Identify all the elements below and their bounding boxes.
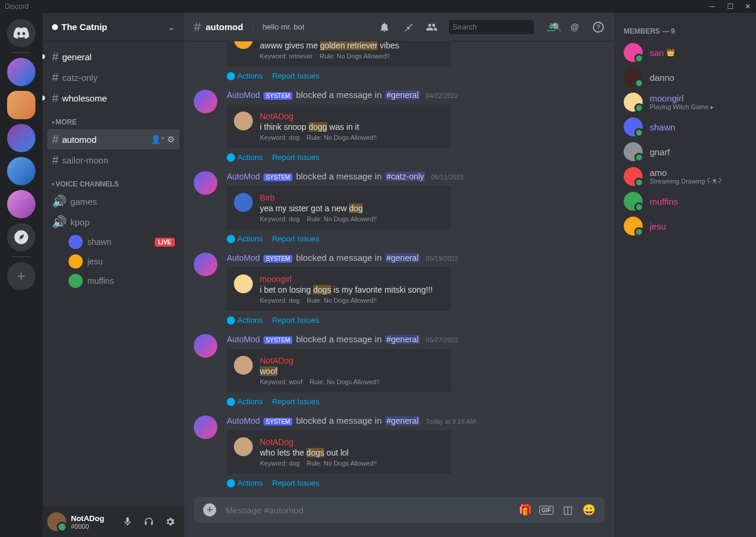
member-item[interactable]: shawn bbox=[619, 114, 751, 139]
sticker-button[interactable]: ◫ bbox=[561, 503, 574, 516]
message-input[interactable] bbox=[226, 505, 519, 515]
search-box[interactable]: 🔍 bbox=[449, 20, 534, 34]
automod-avatar[interactable] bbox=[194, 171, 217, 195]
category-voice[interactable]: ▾Voice Channels bbox=[43, 171, 184, 191]
automod-avatar[interactable] bbox=[194, 334, 217, 358]
message-timestamp: 05/19/2022 bbox=[426, 255, 458, 262]
member-avatar bbox=[624, 68, 643, 87]
member-item[interactable]: san 👑 bbox=[619, 40, 751, 65]
deafen-button[interactable] bbox=[139, 512, 158, 531]
embed-author[interactable]: NotADog bbox=[260, 112, 444, 121]
report-link[interactable]: Report Issues bbox=[272, 479, 320, 487]
gear-icon[interactable]: ⚙ bbox=[167, 135, 175, 144]
actions-link[interactable]: Actions bbox=[227, 479, 263, 487]
add-server-button[interactable]: + bbox=[7, 262, 35, 290]
pinned-messages-button[interactable] bbox=[402, 21, 415, 34]
report-link[interactable]: Report Issues bbox=[272, 153, 320, 162]
channel-mention[interactable]: #general bbox=[385, 253, 420, 263]
message-author[interactable]: AutoMod bbox=[227, 416, 260, 425]
channel-mention[interactable]: #catz-only bbox=[385, 172, 425, 181]
embed-avatar[interactable] bbox=[234, 41, 253, 49]
server-header[interactable]: The Catnip ⌄ bbox=[43, 13, 184, 41]
voice-user-muffins[interactable]: muffins bbox=[47, 271, 180, 290]
server-icon-catnip[interactable] bbox=[7, 91, 35, 119]
channel-automod[interactable]: #automod👤⁺⚙ bbox=[47, 129, 180, 149]
member-status: Playing Witch Game ▸ bbox=[650, 103, 747, 111]
member-list-toggle[interactable] bbox=[425, 21, 438, 34]
embed-author[interactable]: Birb bbox=[260, 193, 444, 202]
embed-avatar[interactable] bbox=[234, 274, 253, 293]
explore-servers-button[interactable] bbox=[7, 223, 35, 251]
close-icon[interactable]: ✕ bbox=[744, 3, 751, 10]
member-item[interactable]: jesu bbox=[619, 214, 751, 238]
voice-user-shawn[interactable]: shawnLIVE bbox=[47, 233, 180, 251]
voice-user-jesu[interactable]: jesu bbox=[47, 252, 180, 271]
settings-button[interactable] bbox=[161, 512, 180, 531]
current-user-avatar[interactable] bbox=[47, 512, 66, 531]
channel-sailor-moon[interactable]: #sailor-moon bbox=[47, 150, 180, 170]
embed-avatar[interactable] bbox=[234, 193, 253, 212]
voice-channel-games[interactable]: 🔊games bbox=[47, 191, 180, 211]
embed-author[interactable]: NotADog bbox=[260, 356, 444, 365]
maximize-icon[interactable]: ☐ bbox=[726, 3, 734, 10]
channel-catz-only[interactable]: #catz-only bbox=[47, 67, 180, 87]
actions-link[interactable]: Actions bbox=[227, 71, 263, 80]
channel-mention[interactable]: #general bbox=[385, 90, 420, 100]
headphones-icon bbox=[144, 516, 154, 527]
member-avatar bbox=[624, 192, 643, 211]
server-icon-1[interactable] bbox=[7, 58, 35, 86]
minimize-icon[interactable]: ─ bbox=[709, 3, 716, 10]
embed-avatar[interactable] bbox=[234, 437, 253, 456]
embed-avatar[interactable] bbox=[234, 356, 253, 375]
report-link[interactable]: Report Issues bbox=[272, 316, 320, 325]
member-item[interactable]: danno bbox=[619, 65, 751, 90]
embed-avatar[interactable] bbox=[234, 112, 253, 130]
invite-icon[interactable]: 👤⁺ bbox=[151, 135, 165, 144]
automod-avatar[interactable] bbox=[194, 90, 217, 113]
user-info[interactable]: NotADog #0000 bbox=[71, 514, 113, 530]
emoji-button[interactable]: 😀 bbox=[582, 503, 595, 516]
message-author[interactable]: AutoMod bbox=[227, 253, 260, 263]
message-author[interactable]: AutoMod bbox=[227, 90, 260, 100]
member-item[interactable]: moongirl Playing Witch Game ▸ bbox=[619, 90, 751, 114]
channel-mention[interactable]: #general bbox=[385, 416, 420, 425]
automod-avatar[interactable] bbox=[194, 253, 217, 276]
mute-button[interactable] bbox=[118, 512, 137, 531]
actions-link[interactable]: Actions bbox=[227, 397, 263, 406]
category-more[interactable]: ▾More bbox=[43, 109, 184, 129]
search-input[interactable] bbox=[452, 22, 552, 31]
mentions-button[interactable]: @ bbox=[568, 21, 581, 34]
report-link[interactable]: Report Issues bbox=[272, 234, 320, 243]
embed-author[interactable]: NotADog bbox=[260, 437, 444, 447]
chat-input[interactable]: + 🎁 GIF ◫ 😀 bbox=[194, 497, 605, 523]
message-author[interactable]: AutoMod bbox=[227, 172, 260, 181]
member-item[interactable]: muffins bbox=[619, 189, 751, 214]
automod-action: blocked a message in bbox=[296, 90, 382, 100]
report-link[interactable]: Report Issues bbox=[272, 71, 320, 80]
help-button[interactable]: ? bbox=[592, 21, 605, 34]
automod-avatar[interactable] bbox=[194, 415, 217, 439]
voice-channel-kpop[interactable]: 🔊kpop bbox=[47, 212, 180, 232]
channel-title: automod bbox=[206, 22, 243, 32]
member-item[interactable]: amo Streaming Drawing ʕ·ᴥ·ʔ bbox=[619, 164, 751, 189]
channel-general[interactable]: #general bbox=[47, 47, 180, 67]
attach-button[interactable]: + bbox=[203, 503, 216, 516]
home-button[interactable] bbox=[7, 19, 35, 47]
channel-wholesome[interactable]: #wholesome bbox=[47, 88, 180, 108]
server-icon-4[interactable] bbox=[7, 157, 35, 185]
message-author[interactable]: AutoMod bbox=[227, 335, 260, 344]
channel-mention[interactable]: #general bbox=[385, 335, 420, 344]
gift-button[interactable]: 🎁 bbox=[519, 503, 532, 516]
actions-link[interactable]: Actions bbox=[227, 234, 263, 243]
inbox-button[interactable] bbox=[545, 21, 558, 34]
server-icon-5[interactable] bbox=[7, 190, 35, 218]
actions-link[interactable]: Actions bbox=[227, 316, 263, 325]
gif-button[interactable]: GIF bbox=[540, 503, 553, 516]
member-item[interactable]: gnarf bbox=[619, 139, 751, 164]
hash-icon: # bbox=[194, 19, 201, 35]
notifications-button[interactable] bbox=[378, 21, 391, 34]
server-icon-3[interactable] bbox=[7, 124, 35, 152]
report-link[interactable]: Report Issues bbox=[272, 397, 320, 406]
actions-link[interactable]: Actions bbox=[227, 153, 263, 162]
embed-author[interactable]: moongirl bbox=[260, 274, 444, 284]
